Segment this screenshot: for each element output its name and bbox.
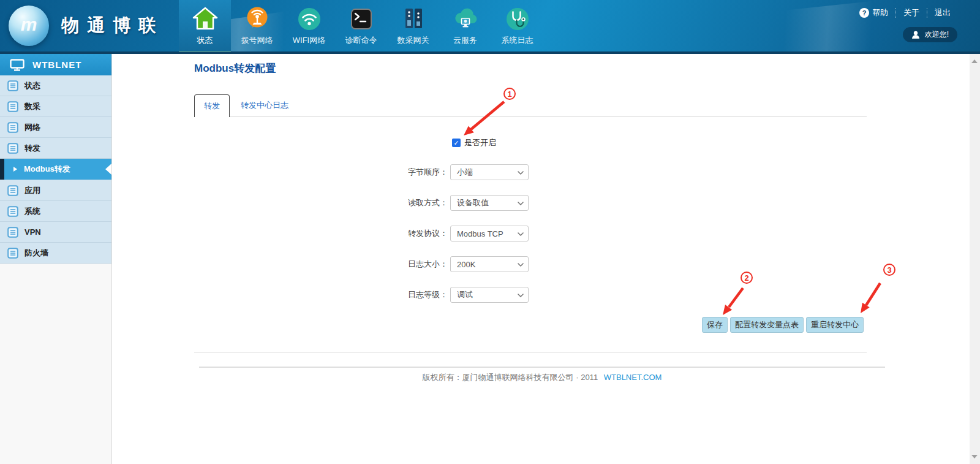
sidebar-item-firewall[interactable]: 防火墙 (0, 243, 111, 264)
sidebar-item-modbus-forward[interactable]: Modbus转发 (0, 159, 111, 180)
about-link[interactable]: 关于 (895, 8, 927, 18)
sidebar-item-label: 数采 (24, 101, 40, 112)
wifi-icon (295, 5, 323, 33)
tab-forward[interactable]: 转发 (194, 94, 230, 117)
sidebar-item-data-collect[interactable]: 数采 (0, 96, 111, 117)
about-label: 关于 (903, 7, 919, 18)
byte-order-select[interactable]: 小端 (450, 164, 529, 180)
sidebar-item-label: 防火墙 (24, 248, 48, 259)
forward-protocol-select[interactable]: Modbus TCP (450, 226, 529, 242)
monitor-icon (10, 59, 24, 71)
nav-item-data-gateway[interactable]: 数采网关 (387, 0, 439, 54)
select-value: 设备取值 (457, 197, 489, 208)
list-icon (7, 206, 18, 217)
help-link[interactable]: ? 帮助 (852, 8, 895, 18)
nav-label: 系统日志 (502, 35, 533, 46)
field-label-forward-protocol: 转发协议： (356, 226, 448, 242)
brand-name: 物通博联 (61, 13, 164, 38)
site-link[interactable]: WTBLNET.COM (604, 373, 662, 382)
welcome-label: 欢迎您! (925, 29, 949, 40)
copyright-text: 版权所有：厦门物通博联网络科技有限公司 · 2011 (423, 373, 598, 382)
nav-label: 云服务 (453, 35, 477, 46)
sidebar-item-label: 转发 (24, 143, 40, 154)
read-mode-select[interactable]: 设备取值 (450, 195, 529, 211)
logout-label: 退出 (935, 7, 951, 18)
list-icon (7, 143, 18, 154)
brand-logo: m 物通博联 (9, 6, 164, 46)
globe-letter: m (21, 14, 37, 35)
enable-checkbox[interactable] (452, 139, 461, 147)
list-icon (7, 227, 18, 238)
nav-item-system-log[interactable]: 系统日志 (491, 0, 543, 54)
sidebar-item-application[interactable]: 应用 (0, 180, 111, 201)
field-label-byte-order: 字节顺序： (356, 164, 448, 180)
button-row: 保存 配置转发变量点表 重启转发中心 (702, 317, 864, 333)
sidebar-item-network[interactable]: 网络 (0, 117, 111, 138)
nav-label: 数采网关 (398, 35, 429, 46)
nav-item-diagnostic-command[interactable]: 诊断命令 (335, 0, 387, 54)
log-level-select[interactable]: 调试 (450, 287, 529, 303)
annotation-circle-3: 3 (883, 264, 895, 276)
nav-label: WIFI网络 (293, 35, 325, 46)
sidebar-item-system[interactable]: 系统 (0, 201, 111, 222)
nav-item-status[interactable]: 状态 (179, 0, 231, 54)
chevron-down-icon (518, 202, 524, 205)
annotation-circle-2: 2 (741, 272, 753, 284)
tab-bar: 转发 转发中心日志 (194, 94, 867, 117)
nav-item-cloud-service[interactable]: 云服务 (439, 0, 491, 54)
list-icon (7, 80, 18, 91)
annotation-circle-1: 1 (503, 88, 516, 100)
enable-checkbox-label: 是否开启 (464, 137, 496, 148)
tab-label: 转发 (204, 101, 220, 112)
list-icon (7, 185, 18, 196)
scroll-down-arrow-icon[interactable] (971, 455, 978, 458)
nav-item-dial-network[interactable]: 拨号网络 (231, 0, 283, 54)
page: m 物通博联 状态 (0, 0, 980, 464)
list-icon (7, 248, 18, 259)
top-nav: 状态 拨号网络 (179, 0, 543, 54)
user-icon (911, 31, 920, 39)
home-icon (191, 5, 219, 33)
sidebar-item-vpn[interactable]: VPN (0, 222, 111, 243)
globe-logo-icon: m (9, 6, 49, 46)
list-icon (7, 122, 18, 133)
enable-row: 是否开启 (452, 137, 496, 148)
vertical-scrollbar[interactable] (970, 54, 980, 464)
sidebar-item-status[interactable]: 状态 (0, 75, 111, 96)
select-value: 小端 (457, 167, 473, 178)
save-button[interactable]: 保存 (702, 317, 728, 333)
question-icon: ? (859, 8, 869, 18)
nav-item-wifi-network[interactable]: WIFI网络 (283, 0, 335, 54)
page-title: Modbus转发配置 (194, 61, 276, 75)
header-links: ? 帮助 关于 退出 (852, 8, 958, 18)
tab-forward-center-log[interactable]: 转发中心日志 (230, 94, 300, 116)
caret-right-icon (13, 167, 17, 172)
sidebar-item-label: VPN (24, 227, 41, 237)
nav-label: 拨号网络 (241, 35, 273, 46)
footer: 版权所有：厦门物通博联网络科技有限公司 · 2011 WTBLNET.COM (199, 372, 885, 383)
chevron-down-icon (518, 294, 524, 297)
logout-link[interactable]: 退出 (927, 8, 958, 18)
field-label-read-mode: 读取方式： (356, 195, 448, 211)
sidebar: WTBLNET 状态 数采 (0, 54, 112, 464)
footer-divider (199, 367, 885, 368)
configure-forward-variable-table-button[interactable]: 配置转发变量点表 (730, 317, 804, 333)
chevron-down-icon (518, 171, 524, 175)
welcome-button[interactable]: 欢迎您! (903, 27, 957, 42)
help-label: 帮助 (872, 7, 888, 18)
field-label-log-size: 日志大小： (356, 256, 448, 272)
content-divider (194, 352, 867, 353)
chevron-down-icon (518, 263, 524, 267)
list-icon (7, 101, 18, 112)
chevron-down-icon (518, 232, 524, 236)
stethoscope-icon (503, 5, 532, 33)
scroll-up-arrow-icon[interactable] (971, 59, 978, 63)
sidebar-item-label: 网络 (24, 122, 40, 133)
terminal-icon (347, 5, 375, 33)
restart-forward-center-button[interactable]: 重启转发中心 (806, 317, 864, 333)
nav-label: 诊断命令 (345, 35, 377, 46)
sidebar-item-forward[interactable]: 转发 (0, 138, 111, 159)
nav-label: 状态 (197, 35, 213, 46)
log-size-select[interactable]: 200K (450, 256, 529, 272)
sidebar-item-label: 应用 (24, 185, 40, 196)
